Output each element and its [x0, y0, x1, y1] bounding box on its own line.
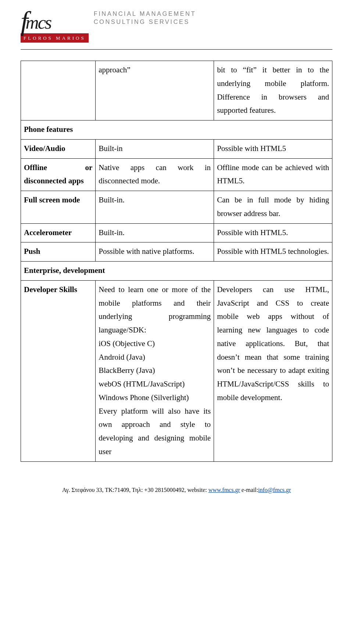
- page-footer: Αγ. Στεφάνου 33, ΤΚ:71409, Τηλ: +30 2815…: [21, 487, 332, 493]
- cell-label: Accelerometer: [21, 223, 96, 242]
- cell-web: Possible with HTML5.: [214, 223, 332, 242]
- cell-label: Developer Skills: [21, 280, 96, 461]
- cell-native: Need to learn one or more of the mobile …: [96, 280, 214, 461]
- header-tagline: FINANCIAL MANAGEMENT CONSULTING SERVICES: [94, 7, 196, 26]
- logo-wordmark: fmcs: [21, 7, 89, 33]
- table-row: Developer Skills Need to learn one or mo…: [21, 280, 332, 461]
- cell-label: Offline or disconnected apps: [21, 158, 96, 191]
- logo-subtitle-bar: FLOROS MARIOS: [21, 33, 89, 43]
- table-row: Full screen mode Built-in. Can be in ful…: [21, 191, 332, 224]
- cell-native: Built-in: [96, 139, 214, 158]
- cell-native: Built-in.: [96, 223, 214, 242]
- table-section-row: Phone features: [21, 120, 332, 140]
- comparison-table: approach” bit to “fit” it better in to t…: [21, 61, 332, 462]
- cell-label: Full screen mode: [21, 191, 96, 224]
- cell-label: Video/Audio: [21, 139, 96, 158]
- cell-web: Possible with HTML5 technologies.: [214, 242, 332, 262]
- section-heading: Enterprise, development: [21, 262, 332, 281]
- page-header: fmcs FLOROS MARIOS FINANCIAL MANAGEMENT …: [21, 7, 332, 50]
- table-row: approach” bit to “fit” it better in to t…: [21, 61, 332, 120]
- footer-email-link[interactable]: info@fmcs.gr: [258, 487, 291, 493]
- cell-label: Push: [21, 242, 96, 262]
- table-row: Video/Audio Built-in Possible with HTML5: [21, 139, 332, 158]
- cell-native: Possible with native platforms.: [96, 242, 214, 262]
- cell-web: Developers can use HTML, JavaScript and …: [214, 280, 332, 461]
- cell-native: Built-in.: [96, 191, 214, 224]
- table-row: Accelerometer Built-in. Possible with HT…: [21, 223, 332, 242]
- cell-web: Offline mode can be achieved with HTML5.: [214, 158, 332, 191]
- cell-web: Possible with HTML5: [214, 139, 332, 158]
- section-heading: Phone features: [21, 120, 332, 140]
- table-row: Offline or disconnected apps Native apps…: [21, 158, 332, 191]
- footer-text: Αγ. Στεφάνου 33, ΤΚ:71409, Τηλ: +30 2815…: [62, 487, 208, 493]
- footer-website-link[interactable]: www.fmcs.gr: [208, 487, 240, 493]
- cell-native: approach”: [96, 61, 214, 120]
- logo: fmcs FLOROS MARIOS: [21, 7, 89, 43]
- tagline-line-2: CONSULTING SERVICES: [94, 18, 196, 26]
- cell-web: bit to “fit” it better in to the underly…: [214, 61, 332, 120]
- footer-text: e-mail:: [240, 487, 258, 493]
- table-section-row: Enterprise, development: [21, 262, 332, 281]
- table-row: Push Possible with native platforms. Pos…: [21, 242, 332, 262]
- tagline-line-1: FINANCIAL MANAGEMENT: [94, 10, 196, 18]
- cell-native: Native apps can work in disconnected mod…: [96, 158, 214, 191]
- cell-label: [21, 61, 96, 120]
- cell-web: Can be in full mode by hiding browser ad…: [214, 191, 332, 224]
